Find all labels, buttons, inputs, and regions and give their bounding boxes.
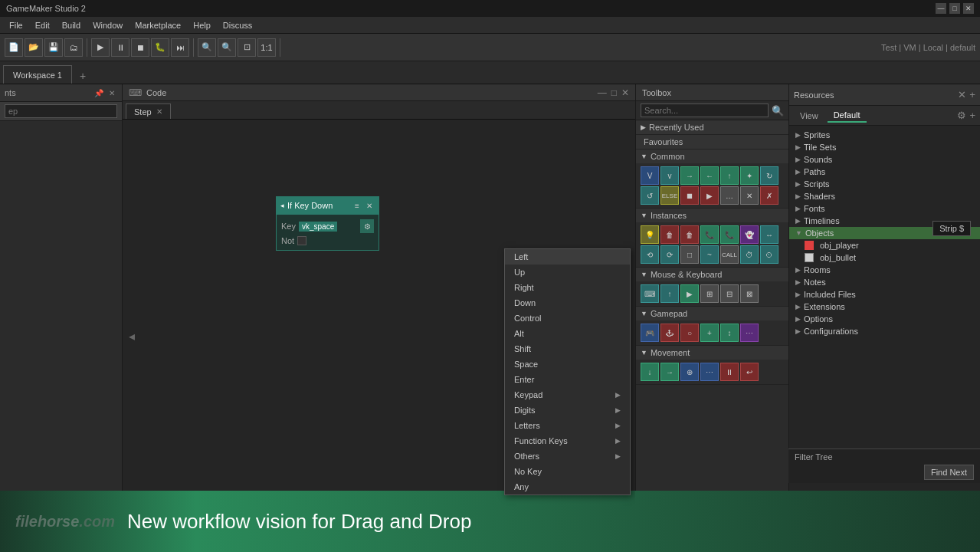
tool-mv-stop[interactable]: ⏸ <box>720 363 739 381</box>
tool-gp-plus[interactable]: + <box>700 324 719 342</box>
tool-mv-right[interactable]: → <box>660 363 679 381</box>
tool-play[interactable]: ▶ <box>700 186 719 205</box>
tool-var[interactable]: V <box>641 166 659 185</box>
toolbar-open[interactable]: 📂 <box>25 38 43 57</box>
dropdown-item-keypad[interactable]: Keypad▶ <box>505 387 630 402</box>
dropdown-item-left[interactable]: Left <box>505 249 630 264</box>
tool-timer[interactable]: ⏱ <box>740 245 759 264</box>
dropdown-item-shift[interactable]: Shift <box>505 341 630 356</box>
toolbar-stop[interactable]: ⏹ <box>131 38 149 57</box>
dropdown-item-alt[interactable]: Alt <box>505 326 630 341</box>
workspace-tab[interactable]: Workspace 1 <box>3 65 72 84</box>
tree-sprites[interactable]: ▶ Sprites <box>789 129 980 141</box>
tool-arrow-right[interactable]: → <box>680 166 699 185</box>
tool-call2[interactable]: 📞 <box>720 225 739 244</box>
tool-sprite[interactable]: □ <box>680 245 699 264</box>
tool-cross[interactable]: ✕ <box>740 186 759 205</box>
dropdown-item-control[interactable]: Control <box>505 310 630 326</box>
dropdown-item-function-keys[interactable]: Function Keys▶ <box>505 433 630 449</box>
tree-notes[interactable]: ▶ Notes <box>789 276 980 288</box>
tool-destroy[interactable]: 🗑 <box>660 225 679 244</box>
movement-header[interactable]: ▼ Movement <box>636 346 788 360</box>
toolbar-pause[interactable]: ⏸ <box>111 38 129 57</box>
key-gear-button[interactable]: ⚙ <box>360 219 374 233</box>
toolbar-step[interactable]: ⏭ <box>171 38 189 57</box>
tree-paths[interactable]: ▶ Paths <box>789 166 980 178</box>
menu-build[interactable]: Build <box>56 19 87 31</box>
key-value[interactable]: vk_space <box>299 222 337 232</box>
menu-help[interactable]: Help <box>187 19 217 31</box>
toolbar-new[interactable]: 📄 <box>5 38 23 57</box>
tool-timer2[interactable]: ⏲ <box>760 245 778 264</box>
search-input[interactable] <box>5 104 117 118</box>
toolbar-zoom-fit[interactable]: ⊡ <box>238 38 256 57</box>
toolbox-search-input[interactable] <box>641 104 769 117</box>
menu-discuss[interactable]: Discuss <box>217 19 259 31</box>
dropdown-item-up[interactable]: Up <box>505 264 630 280</box>
tool-gp-axis[interactable]: 🎮 <box>641 324 659 342</box>
tree-included-files[interactable]: ▶ Included Files <box>789 288 980 301</box>
tree-obj-player[interactable]: obj_player <box>789 239 980 251</box>
toolbar-save[interactable]: 💾 <box>44 38 63 57</box>
code-panel-close[interactable]: ✕ <box>621 87 629 98</box>
tool-key-press[interactable]: ▶ <box>680 284 699 303</box>
common-header[interactable]: ▼ Common <box>636 150 788 163</box>
maximize-button[interactable]: □ <box>949 3 960 14</box>
dropdown-item-digits[interactable]: Digits▶ <box>505 402 630 418</box>
code-tab-step[interactable]: Step ✕ <box>126 104 171 119</box>
tool-rotate2[interactable]: ↺ <box>641 186 659 205</box>
close-button[interactable]: ✕ <box>963 3 974 14</box>
tool-star[interactable]: ✦ <box>740 166 759 185</box>
tool-grid-3[interactable]: ⊠ <box>740 284 759 303</box>
tool-gp-arrows[interactable]: ↕ <box>720 324 739 342</box>
dropdown-item-right[interactable]: Right <box>505 280 630 295</box>
resources-add2-icon[interactable]: + <box>969 110 975 121</box>
dropdown-item-space[interactable]: Space <box>505 356 630 372</box>
toolbar-zoom-out[interactable]: 🔍 <box>218 38 236 57</box>
panel-close-button[interactable]: ✕ <box>107 87 117 98</box>
tree-obj-bullet[interactable]: obj_bullet <box>789 251 980 264</box>
resources-settings-icon[interactable]: ⚙ <box>957 110 966 121</box>
resources-add-button[interactable]: + <box>969 89 975 100</box>
dropdown-item-enter[interactable]: Enter <box>505 372 630 387</box>
panel-pin-button[interactable]: 📌 <box>93 87 104 98</box>
tool-rotate[interactable]: ↻ <box>760 166 778 185</box>
tree-configurations[interactable]: ▶ Configurations <box>789 325 980 337</box>
tool-mv-down[interactable]: ↓ <box>641 363 659 381</box>
collapse-left-button[interactable]: ◂ <box>129 329 135 343</box>
find-next-button[interactable]: Find Next <box>924 465 974 480</box>
recently-used-header[interactable]: ▶ Recently Used <box>636 120 788 134</box>
not-checkbox[interactable] <box>297 236 306 245</box>
tool-arrow-left[interactable]: ← <box>700 166 719 185</box>
block-close-button[interactable]: ✕ <box>364 200 375 211</box>
menu-window[interactable]: Window <box>87 19 129 31</box>
tool-call[interactable]: 📞 <box>700 225 719 244</box>
toolbar-play[interactable]: ▶ <box>91 38 110 57</box>
tree-rooms[interactable]: ▶ Rooms <box>789 264 980 276</box>
favourites-header[interactable]: Favourites <box>636 135 788 149</box>
tree-scripts[interactable]: ▶ Scripts <box>789 178 980 190</box>
resources-tab-default[interactable]: Default <box>828 109 867 123</box>
mouse-keyboard-header[interactable]: ▼ Mouse & Keyboard <box>636 268 788 281</box>
tool-destroy2[interactable]: 🗑 <box>680 225 699 244</box>
tool-move[interactable]: ↔ <box>760 225 778 244</box>
tool-dots[interactable]: … <box>720 186 739 205</box>
block-settings-button[interactable]: ≡ <box>352 200 362 211</box>
dropdown-item-any[interactable]: Any <box>505 479 630 495</box>
dropdown-item-others[interactable]: Others▶ <box>505 449 630 464</box>
tool-mv-reverse[interactable]: ↩ <box>740 363 759 381</box>
tool-grid-2[interactable]: ⊟ <box>720 284 739 303</box>
tool-grid-1[interactable]: ⊞ <box>700 284 719 303</box>
tool-gp-btn[interactable]: 🕹 <box>660 324 679 342</box>
resources-close-button[interactable]: ✕ <box>958 89 966 100</box>
toolbar-debug[interactable]: 🐛 <box>151 38 169 57</box>
tree-shaders[interactable]: ▶ Shaders <box>789 190 980 202</box>
tree-sounds[interactable]: ▶ Sounds <box>789 153 980 166</box>
tool-else[interactable]: ELSE <box>660 186 679 205</box>
tool-gp-dots[interactable]: ⋯ <box>740 324 759 342</box>
tool-stop[interactable]: ⏹ <box>680 186 699 205</box>
dropdown-item-down[interactable]: Down <box>505 295 630 310</box>
gamepad-header[interactable]: ▼ Gamepad <box>636 307 788 320</box>
tree-extensions[interactable]: ▶ Extensions <box>789 301 980 313</box>
tool-x[interactable]: ✗ <box>760 186 778 205</box>
